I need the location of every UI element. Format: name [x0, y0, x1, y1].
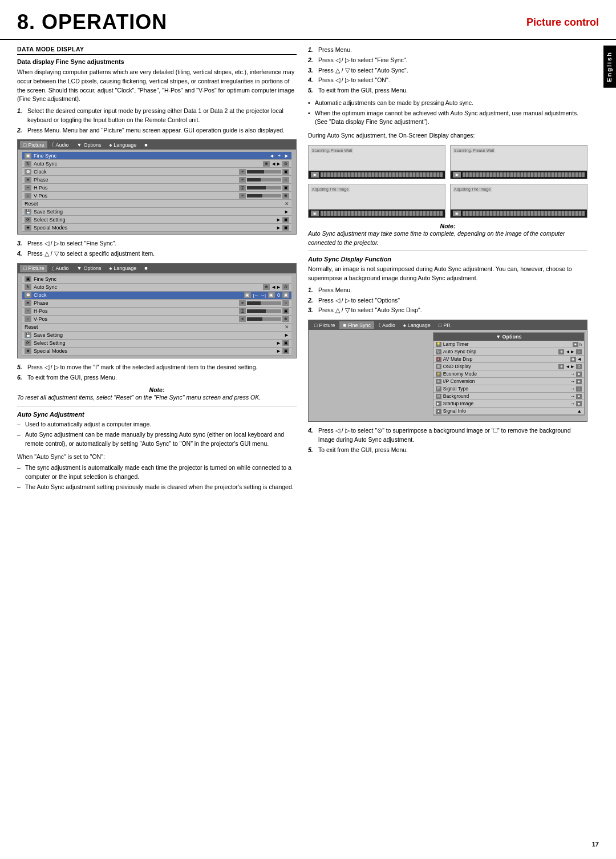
clock-bar — [247, 170, 281, 174]
sync-bar-icon-4: ▣ — [453, 211, 461, 216]
gui2-row-reset: Reset ✕ — [22, 324, 291, 332]
options-inner-panel: ▼ Options 💡 Lamp Timer ■ h — [433, 332, 585, 416]
gui-bar-item-picture: □Picture — [20, 141, 47, 148]
sync-label-2: Scanning. Please Wait — [453, 148, 495, 153]
step-item: 6. To exit from the GUI, press Menu. — [17, 373, 297, 382]
autosync-dash-list: Used to automatically adjust a computer … — [17, 420, 297, 448]
note-box-1: Note: To reset all adjustment items, sel… — [17, 386, 297, 402]
gui-row-autosync: ↻ Auto Sync ⊕ ◄► ⊙ — [22, 160, 291, 168]
divider-2 — [308, 251, 587, 251]
opt-row-avmute: 🔇 AV Mute Disp ◉ ◄ — [433, 356, 584, 363]
when-on-dash-list: The sync adjustment is automatically mad… — [17, 463, 297, 491]
opt-bar-picture: □ Picture — [311, 321, 338, 329]
opt-row-background: ⊡ Background → ■ — [433, 393, 584, 400]
gui-menu-bar-2: □Picture 〈Audio ▼Options ♠Language ■ — [18, 264, 296, 273]
step-item: 5. To exit from the GUI, press Menu. — [308, 86, 587, 95]
gui-row-vpos: ↕ V·Pos ≡ ⊕ — [22, 192, 291, 200]
gui2-bar-options: ▼Options — [73, 265, 104, 272]
autosync-display-para: Normally, an image is not superimposed d… — [308, 265, 587, 283]
dash-item: Used to automatically adjust a computer … — [17, 420, 297, 429]
gui-bar-item-options: ▼Options — [73, 141, 104, 148]
background-icon: ⊡ — [436, 394, 441, 399]
main-content: DATA MODE DISPLAY Data display Fine Sync… — [0, 46, 616, 507]
step-item: 1. Select the desired computer input mod… — [17, 107, 297, 125]
gui2-bar-audio: 〈Audio — [48, 265, 72, 272]
note-text-1: To reset all adjustment items, select "R… — [17, 393, 297, 402]
sync-progress-4 — [463, 211, 585, 216]
opt-row-signal: ⇄ Signal Type → □ — [433, 385, 584, 393]
opt-bar-finesync: ■ Fine Sync — [339, 321, 374, 329]
during-auto-text: During Auto Sync adjustment, the On-Scre… — [308, 131, 587, 140]
gui-row-clock: ⌚ Clock ≡ ▣ — [22, 168, 291, 176]
step-item: 3. Press △ / ▽ to select "Auto Sync". — [308, 66, 587, 75]
opt-row-signalinfo: ▲ Signal Info ▲ — [433, 408, 584, 415]
gui-row-select: ⟳ Select Setting ► ▣ — [22, 216, 291, 224]
clock-icon: ⌚ — [25, 169, 31, 175]
steps-list-2: 3. Press ◁ / ▷ to select "Fine Sync". 4.… — [17, 239, 297, 259]
autosync-display-heading: Auto Sync Display Function — [308, 256, 587, 263]
toggle-icon: ⊕ — [263, 161, 270, 167]
gui-menu-content-2: ▣ Fine Sync ↻ Auto Sync ⊕ ◄► ⊙ — [18, 273, 296, 358]
sync-label-4: Adjusting The Image — [453, 187, 492, 192]
gui-row-finesync: ▣ Fine Sync ◄ + ► — [22, 152, 291, 160]
step-item: 2. Press ◁ / ▷ to select "Options" — [308, 296, 587, 305]
bullet-item: When the optimum image cannot be achieve… — [308, 109, 587, 127]
gui2-clock-icon: ⌚ — [25, 292, 31, 298]
steps-list-3: 5. Press ◁ / ▷ to move the "I" mark of t… — [17, 363, 297, 382]
dash-item: Auto Sync adjustment can be made manuall… — [17, 430, 297, 449]
gui-row-special: ★ Special Modes ► ▣ — [22, 224, 291, 232]
steps-list-1: 1. Select the desired computer input mod… — [17, 107, 297, 135]
opt-bar-pr: □ PR — [435, 321, 454, 329]
step-item: 2. Press Menu. Menu bar and "Picture" me… — [17, 126, 297, 135]
sync-screen-1: Scanning. Please Wait ▣ — [308, 145, 445, 179]
section-heading-data-mode: DATA MODE DISPLAY — [17, 46, 297, 55]
options-panel-heading: ▼ Options — [433, 333, 584, 341]
sync-label-1: Scanning. Please Wait — [311, 148, 353, 153]
step-item: 1. Press Menu. — [308, 286, 587, 295]
bullet-item: Automatic adjustments can be made by pre… — [308, 99, 587, 108]
avmute-icon: 🔇 — [436, 357, 441, 362]
gui2-row-autosync: ↻ Auto Sync ⊕ ◄► ⊙ — [22, 284, 291, 292]
gui2-autosync-icon: ↻ — [25, 284, 31, 290]
autosync-icon: ↻ — [25, 161, 31, 167]
bullets-right-list: Automatic adjustments can be made by pre… — [308, 99, 587, 127]
ip-icon: ⊛ — [436, 379, 441, 384]
autosync-heading: Auto Sync Adjustment — [17, 411, 297, 418]
note-box-2: Note: Auto Sync adjustment may take some… — [308, 223, 587, 248]
opt-bar-audio: 〈 Audio — [375, 321, 399, 329]
gui-row-phase: ≋ Phase ≡ ○ — [22, 176, 291, 184]
opt-row-startup: ▶ Startup Image → ■ — [433, 400, 584, 408]
dash-item: The Auto Sync adjustment setting previou… — [17, 483, 297, 492]
dash-item: The sync adjustment is automatically mad… — [17, 463, 297, 482]
english-tab: English — [603, 46, 616, 88]
sync-bar-3: ▣ — [309, 209, 445, 217]
sync-screens-bottom: Adjusting The Image ▣ Adjusting The Imag… — [308, 184, 587, 218]
step-item: 3. Press ◁ / ▷ to select "Fine Sync". — [17, 239, 297, 248]
gui-bar-item-audio: 〈Audio — [48, 141, 72, 148]
subsection-heading-fine-sync: Data display Fine Sync adjustments — [17, 58, 297, 65]
opt-row-autosyncdisp: ↻ Auto Sync Disp ⊕ ◄► ○ — [433, 348, 584, 356]
sync-screen-4: Adjusting The Image ▣ — [450, 184, 587, 218]
options-content: ▼ Options 💡 Lamp Timer ■ h — [309, 330, 587, 421]
save-icon: 💾 — [25, 209, 31, 215]
sync-screen-3: Adjusting The Image ▣ — [308, 184, 445, 218]
hpos-bar — [247, 186, 281, 189]
toggle-icon2: ⊙ — [282, 161, 289, 167]
phase-bar — [247, 178, 281, 182]
divider-1 — [17, 406, 297, 406]
special-icon: ★ — [25, 225, 31, 231]
select-icon: ⟳ — [25, 217, 31, 223]
gui2-row-finesync: ▣ Fine Sync — [22, 276, 291, 284]
steps-display-list: 1. Press Menu. 2. Press ◁ / ▷ to select … — [308, 286, 587, 315]
osd-icon: ⊞ — [436, 364, 441, 369]
gui2-row-special: ★ Special Modes ► ▣ — [22, 348, 291, 356]
gui-row-reset: Reset ✕ — [22, 200, 291, 208]
step-item: 4. Press △ / ▽ to select a specific adju… — [17, 249, 297, 259]
step-item: 5. To exit from the GUI, press Menu. — [308, 446, 587, 455]
page-number: 17 — [592, 841, 599, 848]
gui2-finesync-icon: ▣ — [25, 276, 31, 282]
hpos-icon: ↔ — [25, 185, 31, 191]
opt-bar-language: ♠ Language — [400, 321, 434, 329]
opt-row-lamp: 💡 Lamp Timer ■ h — [433, 341, 584, 348]
step-item: 3. Press △ / ▽ to select "Auto Sync Disp… — [308, 306, 587, 315]
